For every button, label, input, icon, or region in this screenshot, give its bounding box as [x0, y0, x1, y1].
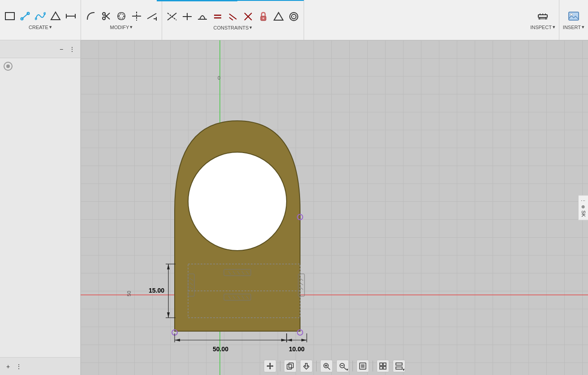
create-label[interactable]: CREATE ▾ [29, 24, 52, 30]
svg-rect-38 [538, 15, 547, 17]
inspect-icons [536, 10, 549, 22]
bottom-toolbar: ▾ [81, 357, 588, 375]
canvas[interactable]: 0 50 [81, 40, 588, 375]
svg-line-3 [22, 13, 28, 19]
svg-marker-78 [167, 312, 170, 318]
scissors-icon[interactable] [100, 10, 112, 22]
perpendicular-icon[interactable] [242, 10, 254, 23]
concentric-icon[interactable] [288, 10, 300, 23]
pan-icon[interactable] [300, 360, 313, 372]
trim-icon[interactable] [130, 10, 143, 22]
parallel-icon[interactable] [227, 10, 239, 23]
line-icon[interactable] [19, 10, 31, 22]
svg-marker-94 [269, 362, 271, 364]
modify-label[interactable]: MODIFY ▾ [110, 24, 133, 30]
sidebar-content [0, 58, 80, 357]
sketch-shape: 15.00 50.00 10.00 [134, 67, 358, 371]
add-sidebar-icon[interactable]: + [4, 362, 13, 371]
svg-rect-111 [380, 366, 382, 369]
svg-line-29 [229, 17, 233, 20]
create-icons [4, 10, 77, 22]
svg-marker-34 [274, 13, 283, 20]
svg-line-69 [300, 283, 303, 285]
svg-line-70 [300, 287, 303, 290]
triangle-icon[interactable] [49, 10, 62, 22]
zoom-fit-icon[interactable] [320, 360, 333, 372]
svg-marker-88 [301, 339, 307, 341]
right-panel-label: SK [581, 210, 586, 217]
svg-marker-83 [281, 339, 287, 341]
display-mode-icon[interactable] [356, 360, 369, 372]
sidebar-bottom: + ⋮ [0, 357, 80, 375]
insert-label[interactable]: INSERT ▾ [563, 24, 584, 30]
svg-point-33 [262, 17, 264, 19]
svg-rect-98 [287, 364, 292, 369]
coincident-icon[interactable] [166, 10, 178, 23]
svg-marker-95 [269, 368, 271, 370]
svg-line-18 [147, 13, 156, 19]
collapse-sidebar-icon[interactable]: − [57, 45, 66, 54]
svg-rect-110 [383, 363, 386, 366]
svg-marker-43 [538, 18, 540, 20]
inspect-label[interactable]: INSPECT ▾ [530, 24, 555, 30]
copy-mode-icon[interactable] [284, 360, 296, 372]
btm-sep4 [373, 361, 373, 371]
dimension-icon[interactable] [64, 10, 77, 22]
svg-rect-0 [5, 13, 14, 20]
tangent-icon[interactable] [196, 10, 209, 23]
btm-sep2 [316, 361, 317, 371]
lock-icon[interactable] [257, 10, 270, 23]
scale-50-v: 50 [126, 291, 132, 296]
modify-icons [85, 10, 158, 22]
svg-rect-112 [383, 366, 386, 369]
left-sidebar: − ⋮ + ⋮ [0, 40, 81, 375]
layout-toggle-icon[interactable]: ▾ [393, 360, 405, 372]
svg-text:15.00: 15.00 [149, 287, 164, 294]
main-area: − ⋮ + ⋮ 0 50 [0, 40, 588, 375]
btm-sep3 [352, 361, 353, 371]
svg-line-68 [300, 278, 303, 281]
constraints-label[interactable]: CONSTRAINTS ▾ [214, 25, 253, 30]
svg-marker-82 [175, 339, 180, 341]
svg-rect-45 [569, 12, 579, 20]
sidebar-top: − ⋮ [0, 40, 80, 58]
active-tab-indicator [157, 0, 237, 1]
svg-text:10.00: 10.00 [289, 345, 305, 353]
svg-rect-99 [289, 363, 293, 368]
right-panel-button[interactable]: ⋮ ⊕ SK [578, 195, 588, 220]
measure-icon[interactable] [536, 10, 549, 22]
sidebar-handle-icon[interactable]: ⋮ [68, 45, 77, 54]
offset-icon[interactable] [115, 10, 128, 22]
zoom-icon[interactable]: ▾ [336, 360, 349, 372]
toolbar: CREATE ▾ [0, 0, 588, 40]
svg-marker-6 [51, 12, 60, 20]
constraints-icons [166, 10, 300, 23]
svg-rect-113 [396, 363, 402, 365]
spline-icon[interactable] [34, 10, 47, 22]
move-mode-icon[interactable] [264, 360, 276, 372]
svg-rect-114 [396, 367, 402, 369]
right-panel-icon2: ⊕ [581, 205, 586, 209]
extend-icon[interactable] [146, 10, 158, 22]
grid-view-icon[interactable] [377, 360, 389, 372]
fillet-icon[interactable] [85, 10, 97, 22]
insert-image-icon[interactable] [567, 10, 580, 22]
origin-icon [4, 62, 13, 71]
svg-marker-97 [272, 365, 274, 367]
svg-point-48 [188, 152, 287, 251]
zoom-dropdown-indicator: ▾ [346, 367, 348, 372]
rectangle-icon[interactable] [4, 10, 16, 22]
svg-rect-108 [361, 364, 365, 368]
svg-marker-77 [167, 264, 170, 269]
collinear-icon[interactable] [181, 10, 193, 23]
midpoint-icon[interactable] [272, 10, 285, 23]
insert-group: INSERT ▾ [559, 0, 588, 40]
toolbar-spacer [304, 0, 527, 40]
equal-icon[interactable] [211, 10, 224, 23]
sidebar-bottom-handle-icon[interactable]: ⋮ [14, 362, 23, 371]
svg-marker-44 [545, 18, 547, 20]
svg-text:50.00: 50.00 [213, 345, 228, 353]
right-panel-icon: ⋮ [580, 198, 586, 203]
svg-line-101 [328, 367, 330, 370]
inspect-group: INSPECT ▾ [527, 0, 559, 40]
